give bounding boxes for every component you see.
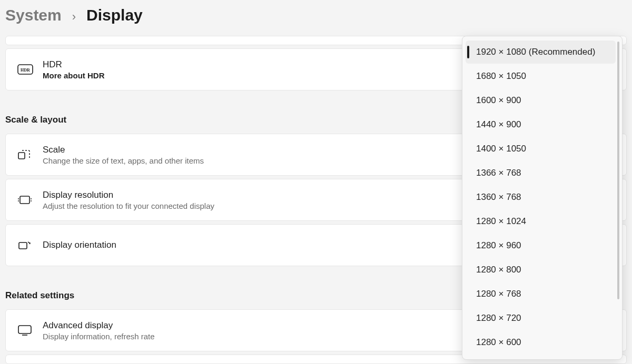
resolution-icon [17,194,43,206]
scale-title: Scale [43,145,204,155]
resolution-dropdown[interactable]: 1920 × 1080 (Recommended)1680 × 10501600… [462,36,623,360]
resolution-option[interactable]: 1280 × 600 [466,331,616,352]
resolution-option[interactable]: 1280 × 800 [466,258,616,281]
monitor-icon [17,325,43,336]
dropdown-scrollbar[interactable] [617,42,619,299]
resolution-option[interactable]: 1280 × 960 [466,234,616,257]
breadcrumb-current: Display [86,6,143,24]
svg-rect-2 [18,153,25,159]
resolution-option[interactable]: 1920 × 1080 (Recommended) [466,41,616,64]
resolution-option[interactable]: 1280 × 720 [466,307,616,330]
scale-sub: Change the size of text, apps, and other… [43,156,204,165]
resolution-option[interactable]: 1680 × 1050 [466,65,616,88]
svg-rect-4 [19,242,27,249]
breadcrumb-parent[interactable]: System [5,6,62,24]
resolution-option[interactable]: 1360 × 768 [466,186,616,209]
resolution-option[interactable]: 1600 × 900 [466,89,616,112]
breadcrumb: System › Display [5,4,627,36]
chevron-right-icon: › [72,10,76,24]
hdr-sub[interactable]: More about HDR [43,71,105,80]
svg-text:HDR: HDR [21,68,30,73]
resolution-option[interactable]: 1280 × 1024 [466,210,616,233]
resolution-option[interactable]: 1280 × 768 [466,282,616,306]
orientation-title: Display orientation [43,240,116,250]
resolution-sub: Adjust the resolution to fit your connec… [43,201,214,210]
resolution-option[interactable]: 1440 × 900 [466,113,616,136]
hdr-title: HDR [43,59,105,70]
advanced-title: Advanced display [43,320,155,331]
resolution-option[interactable]: 1400 × 1050 [466,137,616,160]
resolution-title: Display resolution [43,190,214,200]
orientation-icon [17,239,43,251]
hdr-icon: HDR [17,64,43,75]
scale-icon [17,148,43,161]
resolution-option[interactable]: 1366 × 768 [466,161,616,185]
svg-rect-3 [20,196,29,204]
svg-rect-5 [18,326,31,333]
advanced-sub: Display information, refresh rate [43,332,155,341]
